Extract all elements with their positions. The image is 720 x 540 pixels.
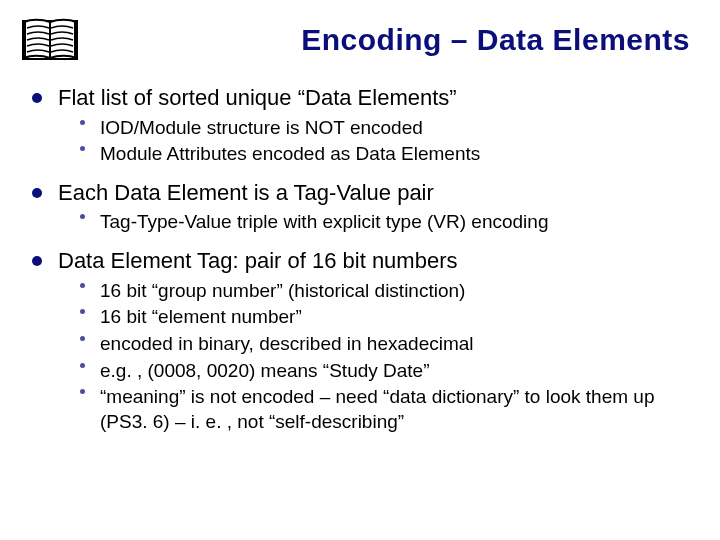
sub-item: Module Attributes encoded as Data Elemen… [78, 142, 690, 167]
sub-item: Tag-Type-Value triple with explicit type… [78, 210, 690, 235]
book-icon [22, 18, 78, 62]
bullet-text: Flat list of sorted unique “Data Element… [58, 85, 457, 110]
slide-body: Flat list of sorted unique “Data Element… [0, 62, 720, 435]
sub-item: “meaning” is not encoded – need “data di… [78, 385, 690, 434]
sub-list: Tag-Type-Value triple with explicit type… [58, 210, 690, 235]
bullet-item: Data Element Tag: pair of 16 bit numbers… [30, 247, 690, 435]
sub-item: e.g. , (0008, 0020) means “Study Date” [78, 359, 690, 384]
sub-list: IOD/Module structure is NOT encoded Modu… [58, 116, 690, 167]
sub-item: 16 bit “group number” (historical distin… [78, 279, 690, 304]
sub-item: 16 bit “element number” [78, 305, 690, 330]
slide-header: Encoding – Data Elements [0, 0, 720, 62]
bullet-item: Flat list of sorted unique “Data Element… [30, 84, 690, 167]
bullet-item: Each Data Element is a Tag-Value pair Ta… [30, 179, 690, 235]
bullet-list: Flat list of sorted unique “Data Element… [30, 84, 690, 435]
bullet-text: Each Data Element is a Tag-Value pair [58, 180, 434, 205]
sub-item: IOD/Module structure is NOT encoded [78, 116, 690, 141]
bullet-text: Data Element Tag: pair of 16 bit numbers [58, 248, 457, 273]
slide-title: Encoding – Data Elements [92, 23, 690, 57]
sub-item: encoded in binary, described in hexadeci… [78, 332, 690, 357]
sub-list: 16 bit “group number” (historical distin… [58, 279, 690, 435]
slide: Encoding – Data Elements Flat list of so… [0, 0, 720, 540]
